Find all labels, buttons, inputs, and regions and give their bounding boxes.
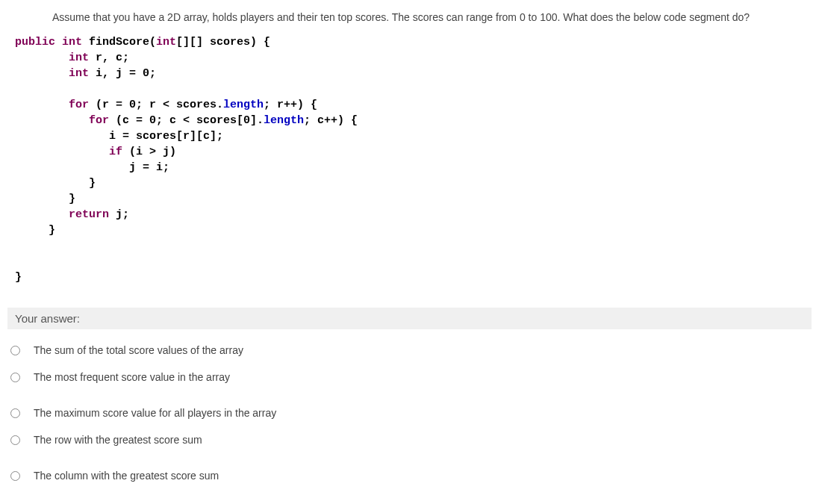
radio-icon[interactable] — [10, 408, 20, 418]
code-text: j; — [109, 208, 129, 221]
code-kw: int — [156, 36, 176, 49]
option-text: The column with the greatest score sum — [34, 470, 219, 482]
code-block: public int findScore(int[][] scores) { i… — [7, 34, 812, 285]
radio-icon[interactable] — [10, 471, 20, 481]
answer-header: Your answer: — [7, 308, 812, 329]
code-text: (r = 0; r < scores. — [89, 99, 223, 111]
code-text: r, c; — [89, 52, 129, 64]
code-kw: int — [55, 36, 89, 49]
code-text: i = scores[r][c]; — [109, 130, 223, 143]
code-kw: public — [15, 36, 55, 49]
code-text: i, j = 0; — [89, 67, 156, 80]
option-text: The sum of the total score values of the… — [34, 344, 243, 356]
code-text: ; r++) { — [264, 99, 317, 111]
option-text: The most frequent score value in the arr… — [34, 371, 230, 383]
question-text: Assume that you have a 2D array, holds p… — [7, 7, 812, 34]
code-text: [][] scores) { — [176, 36, 270, 49]
code-text: } — [15, 271, 22, 284]
code-kw: int — [69, 52, 89, 64]
code-kw: int — [69, 67, 89, 80]
code-kw: for — [69, 99, 89, 111]
code-text: } — [49, 224, 55, 237]
answer-option[interactable]: The sum of the total score values of the… — [7, 337, 812, 364]
answer-option[interactable]: The maximum score value for all players … — [7, 399, 812, 426]
radio-icon[interactable] — [10, 373, 20, 382]
answer-option[interactable]: The most frequent score value in the arr… — [7, 364, 812, 391]
code-text: (c = 0; c < scores[0]. — [109, 114, 264, 127]
answer-option[interactable]: The row with the greatest score sum — [7, 426, 812, 453]
code-kw: length — [264, 114, 304, 127]
radio-icon[interactable] — [10, 346, 20, 355]
code-text: j = i; — [129, 161, 169, 174]
code-kw: return — [69, 208, 109, 221]
code-text: (i > j) — [122, 146, 176, 158]
code-text: findScore( — [89, 36, 156, 49]
code-text: } — [69, 193, 75, 205]
answer-option[interactable]: The column with the greatest score sum — [7, 462, 812, 489]
radio-icon[interactable] — [10, 435, 20, 445]
code-kw: for — [89, 114, 109, 127]
code-text: ; c++) { — [304, 114, 358, 127]
option-text: The row with the greatest score sum — [34, 434, 202, 446]
option-text: The maximum score value for all players … — [34, 407, 276, 419]
code-text: } — [89, 177, 96, 190]
code-kw: if — [109, 146, 122, 158]
code-kw: length — [223, 99, 264, 111]
